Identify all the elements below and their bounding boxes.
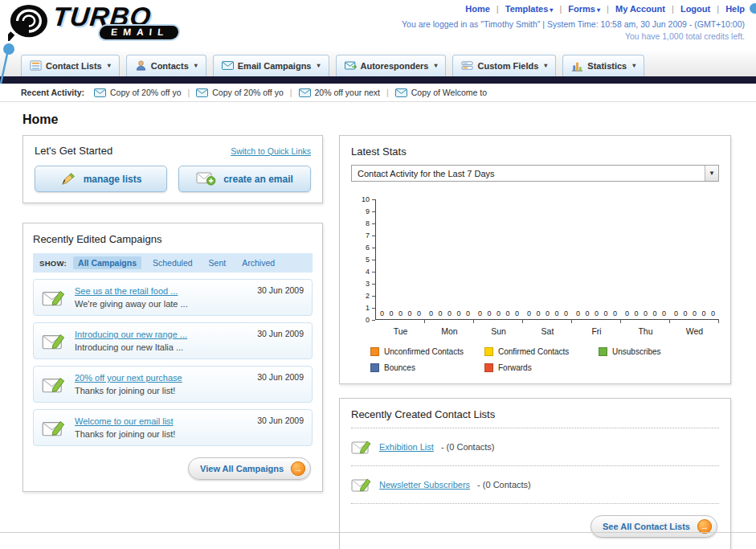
recent-activity-item[interactable]: Copy of 20% off yo xyxy=(94,88,182,97)
right-column: Latest Stats Contact Activity for the La… xyxy=(339,135,731,549)
envelope-pencil-icon xyxy=(42,332,66,350)
filter-sent[interactable]: Sent xyxy=(204,256,231,269)
pencil-icon xyxy=(60,172,76,186)
contact-list-row[interactable]: Exhibition List - (0 Contacts) xyxy=(351,436,719,458)
x-axis-label: Sun xyxy=(474,326,523,336)
value-labels: 0 0 0 0 0 xyxy=(621,309,670,318)
manage-lists-button[interactable]: manage lists xyxy=(35,166,167,192)
campaign-subtitle: Thanks for joining our list! xyxy=(75,429,175,439)
autoresponders-icon xyxy=(345,59,357,72)
create-email-button[interactable]: create an email xyxy=(178,166,311,192)
app-logo[interactable]: TURBO EMAIL xyxy=(8,2,178,41)
top-nav-logout[interactable]: Logout xyxy=(680,4,710,14)
header-right: Home | Templates▾ | Forms▾ | My Account … xyxy=(402,4,745,41)
dropdown-arrow-icon: ▾ xyxy=(194,62,198,69)
campaign-title-link[interactable]: Welcome to our email list xyxy=(75,416,175,426)
campaign-date: 30 Jun 2009 xyxy=(257,285,304,295)
x-axis-label: Fri xyxy=(572,326,621,336)
edge-marker-dot xyxy=(750,3,756,14)
legend-item: Unconfirmed Contacts xyxy=(370,347,484,356)
legend-label: Unsubscribes xyxy=(612,347,661,356)
recent-activity-item[interactable]: Copy of 20% off yo xyxy=(196,88,284,97)
tab-label: Contacts xyxy=(151,61,189,71)
show-label: SHOW: xyxy=(39,259,67,268)
value-labels: 0 0 0 0 0 xyxy=(376,309,425,318)
stats-period-value: Contact Activity for the Last 7 Days xyxy=(358,169,495,178)
recent-activity-item[interactable]: Copy of Welcome to xyxy=(395,88,487,97)
main-content: Let's Get Started Switch to Quick Links … xyxy=(0,135,756,549)
envelope-pencil-icon xyxy=(351,477,372,493)
tab-custom-fields[interactable]: Custom Fields ▾ xyxy=(452,55,556,76)
contact-list-link[interactable]: Newsletter Subscribers xyxy=(379,480,470,490)
top-nav-home[interactable]: Home xyxy=(465,4,490,14)
credits-info: You have 1,000 total credits left. xyxy=(402,31,745,41)
campaign-title-link[interactable]: 20% off your next purchase xyxy=(75,373,182,383)
top-nav-help[interactable]: Help xyxy=(725,4,745,14)
value-labels: 0 0 0 0 0 xyxy=(474,309,523,318)
campaign-title-link[interactable]: See us at the retail food ... xyxy=(75,286,188,296)
legend-label: Unconfirmed Contacts xyxy=(384,347,464,356)
legend-label: Confirmed Contacts xyxy=(498,347,569,356)
top-nav-forms[interactable]: Forms▾ xyxy=(568,4,600,14)
contact-list-link[interactable]: Exhibition List xyxy=(379,442,434,452)
session-info: You are logged in as "Timothy Smith" | S… xyxy=(402,19,745,29)
top-nav-templates[interactable]: Templates▾ xyxy=(505,4,554,14)
stats-title: Latest Stats xyxy=(351,145,719,158)
activity-chart: 109876543210 0 0 0 0 0Tue0 0 0 0 0Mon0 0… xyxy=(351,199,719,320)
email-campaigns-icon xyxy=(222,59,234,72)
header: TURBO EMAIL Home | Templates▾ | Forms▾ |… xyxy=(0,0,756,51)
campaign-row[interactable]: Introducing our new range ... Introducin… xyxy=(33,322,313,359)
tab-email-campaigns[interactable]: Email Campaigns ▾ xyxy=(213,55,329,76)
contact-lists-title: Recently Created Contact Lists xyxy=(351,408,719,420)
value-labels: 0 0 0 0 0 xyxy=(670,309,719,318)
chart-legend: Unconfirmed ContactsConfirmed ContactsUn… xyxy=(370,347,719,372)
envelope-plus-icon xyxy=(196,172,216,186)
see-all-contact-lists-button[interactable]: See All Contact Lists → xyxy=(590,515,717,538)
tab-label: Email Campaigns xyxy=(238,61,312,71)
top-nav-my-account[interactable]: My Account xyxy=(615,4,665,14)
tab-statistics[interactable]: Statistics ▾ xyxy=(562,55,644,76)
tab-label: Custom Fields xyxy=(477,61,538,71)
legend-label: Forwards xyxy=(498,363,532,372)
campaign-date: 30 Jun 2009 xyxy=(257,372,304,382)
chart-category-fri: 0 0 0 0 0Fri xyxy=(572,199,621,319)
filter-scheduled[interactable]: Scheduled xyxy=(148,256,198,269)
recent-activity-item[interactable]: 20% off your next xyxy=(299,88,381,97)
x-axis-label: Mon xyxy=(425,326,474,336)
page-title: Home xyxy=(22,113,756,127)
campaign-row[interactable]: 20% off your next purchase Thanks for jo… xyxy=(33,366,313,403)
stats-period-select[interactable]: Contact Activity for the Last 7 Days ▼ xyxy=(351,165,719,182)
tab-contacts[interactable]: Contacts ▾ xyxy=(126,55,206,76)
campaign-row[interactable]: Welcome to our email list Thanks for joi… xyxy=(33,409,313,446)
x-axis-label: Thu xyxy=(621,326,670,336)
campaigns-panel: Recently Edited Campaigns SHOW: All Camp… xyxy=(22,223,323,492)
activity-separator: | xyxy=(188,88,190,97)
contact-list-count: - (0 Contacts) xyxy=(477,480,531,490)
legend-label: Bounces xyxy=(384,363,415,372)
campaign-title-link[interactable]: Introducing our new range ... xyxy=(75,330,187,339)
dropdown-arrow-icon: ▾ xyxy=(597,6,600,14)
recent-activity-bar: Recent Activity: Copy of 20% off yo | Co… xyxy=(0,84,756,102)
nav-separator: | xyxy=(607,4,609,14)
tab-contact-lists[interactable]: Contact Lists ▾ xyxy=(21,55,120,76)
activity-separator: | xyxy=(386,88,389,97)
recent-activity-item-label: Copy of Welcome to xyxy=(411,88,487,97)
left-column: Let's Get Started Switch to Quick Links … xyxy=(22,135,323,492)
view-all-campaigns-button[interactable]: View All Campaigns → xyxy=(188,457,311,480)
filter-archived[interactable]: Archived xyxy=(237,256,280,269)
email-icon xyxy=(94,88,106,97)
nav-separator: | xyxy=(672,4,674,14)
switch-quick-links-link[interactable]: Switch to Quick Links xyxy=(231,146,311,156)
legend-swatch xyxy=(370,347,379,356)
filter-all-campaigns[interactable]: All Campaigns xyxy=(73,256,141,269)
logo-text: TURBO EMAIL xyxy=(53,2,178,39)
manage-lists-label: manage lists xyxy=(84,174,142,185)
envelope-pencil-icon xyxy=(42,289,66,307)
campaigns-title: Recently Edited Campaigns xyxy=(33,233,313,245)
tab-autoresponders[interactable]: Autoresponders ▾ xyxy=(336,55,447,76)
campaign-row[interactable]: See us at the retail food ... We're givi… xyxy=(33,279,313,316)
x-axis-label: Tue xyxy=(376,326,425,336)
contact-list-count: - (0 Contacts) xyxy=(441,442,495,452)
contact-list-row[interactable]: Newsletter Subscribers - (0 Contacts) xyxy=(351,473,719,496)
envelope-pencil-icon xyxy=(351,439,372,455)
